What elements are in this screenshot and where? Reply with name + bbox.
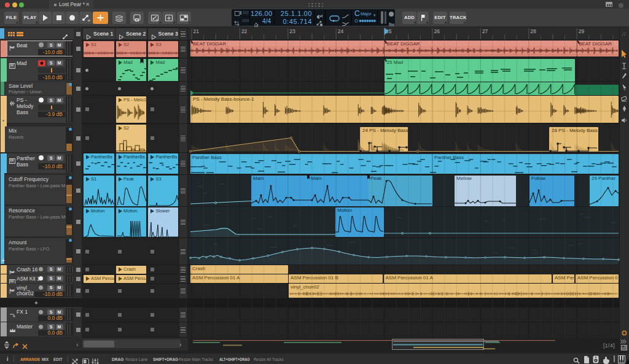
- svg-text:w: w: [156, 18, 158, 21]
- svg-text:w: w: [88, 18, 90, 22]
